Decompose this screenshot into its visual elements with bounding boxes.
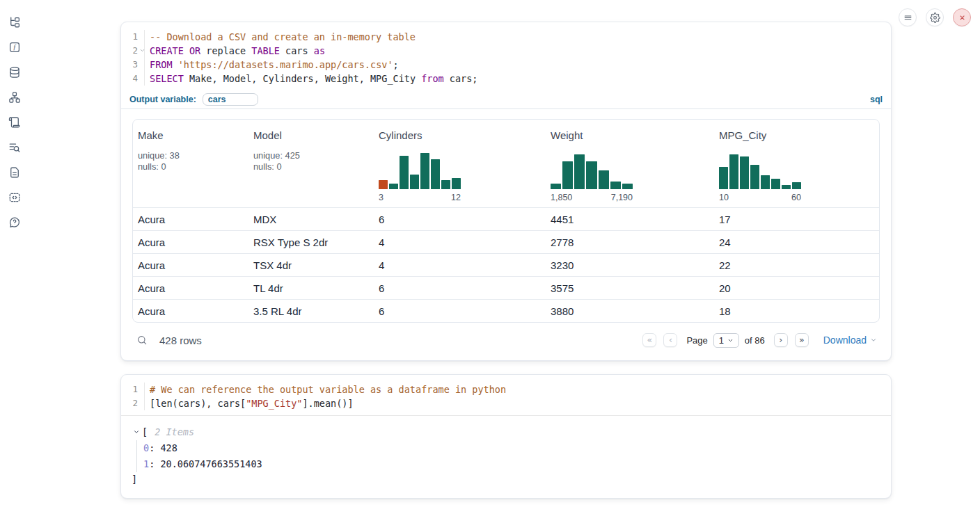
column-header[interactable]: Weight1,8507,190 (546, 129, 714, 202)
next-page-button[interactable]: › (774, 333, 788, 347)
first-page-button[interactable]: « (642, 333, 656, 347)
column-header[interactable]: Cylinders312 (374, 129, 546, 202)
column-histogram (551, 150, 633, 189)
output-variable-row: Output variable: sql (121, 90, 891, 109)
download-label: Download (823, 335, 867, 346)
help-icon[interactable] (8, 216, 21, 229)
table-cell: Acura (133, 305, 248, 317)
close-icon (957, 13, 967, 23)
table-cell: 20 (714, 282, 879, 294)
column-name: Make (138, 129, 248, 143)
document-icon[interactable] (8, 166, 21, 179)
table-body: AcuraMDX6445117AcuraRSX Type S 2dr427782… (133, 207, 879, 322)
column-name: Cylinders (379, 129, 546, 143)
column-histogram (379, 150, 461, 189)
column-stats: unique: 425nulls: 0 (253, 150, 374, 172)
gear-icon (930, 13, 940, 23)
sidebar: ƒ (0, 0, 29, 507)
column-name: Weight (551, 129, 714, 143)
data-table: Makeunique: 38nulls: 0Modelunique: 425nu… (132, 119, 880, 323)
code-text: FROM 'https://datasets.marimo.app/cars.c… (144, 58, 399, 72)
tree-items: 0: 4281: 20.060747663551403 (136, 440, 880, 472)
download-button[interactable]: Download (823, 335, 877, 346)
menu-button[interactable] (899, 8, 917, 26)
tree-item-value: 428 (160, 442, 177, 453)
scroll-icon[interactable] (8, 116, 21, 129)
logs-icon[interactable] (8, 141, 21, 154)
histogram-axis-labels: 312 (379, 193, 461, 202)
table-cell: 24 (714, 236, 879, 248)
column-stats: unique: 38nulls: 0 (138, 150, 248, 172)
sql-cell: 1-- Download a CSV and create an in-memo… (120, 22, 892, 361)
code-line[interactable]: 1# We can reference the output variable … (121, 383, 891, 396)
table-cell: 3.5 RL 4dr (248, 305, 374, 317)
table-cell: 6 (374, 214, 546, 225)
function-icon[interactable]: ƒ (8, 41, 21, 54)
tree-item: 0: 428 (143, 440, 880, 456)
tree-open-bracket: [ (142, 426, 148, 437)
notebook: 1-- Download a CSV and create an in-memo… (120, 22, 892, 499)
code-line[interactable]: 2[len(cars), cars["MPG_City"].mean()] (121, 396, 891, 410)
code-text: [len(cars), cars["MPG_City"].mean()] (144, 396, 354, 410)
code-text: # We can reference the output variable a… (144, 383, 506, 396)
code-text: CREATE OR replace TABLE cars as (144, 44, 325, 58)
table-cell: 6 (374, 305, 546, 317)
table-header: Makeunique: 38nulls: 0Modelunique: 425nu… (133, 120, 879, 207)
code-line[interactable]: 2CREATE OR replace TABLE cars as (121, 44, 891, 58)
fold-chevron-icon[interactable] (139, 47, 145, 54)
tree-item-value: 20.060747663551403 (160, 458, 262, 469)
dependency-graph-icon[interactable] (8, 91, 21, 104)
python-code-editor[interactable]: 1# We can reference the output variable … (121, 375, 891, 415)
tree-collapse-chevron-icon[interactable] (133, 428, 140, 435)
table-cell: 22 (714, 259, 879, 271)
line-number: 1 (121, 383, 144, 396)
table-row: Acura3.5 RL 4dr6388018 (133, 299, 879, 322)
prev-page-button[interactable]: ‹ (663, 333, 677, 347)
sql-code-editor[interactable]: 1-- Download a CSV and create an in-memo… (121, 22, 891, 90)
line-number: 2 (121, 44, 144, 58)
topbar-actions (899, 8, 971, 26)
python-cell: 1# We can reference the output variable … (120, 374, 892, 499)
snippets-icon[interactable] (8, 191, 21, 204)
language-badge[interactable]: sql (870, 95, 883, 104)
tree-items-count: 2 Items (155, 426, 194, 437)
chevron-down-icon (727, 337, 734, 344)
table-cell: RSX Type S 2dr (248, 236, 374, 248)
table-cell: 2778 (546, 236, 714, 248)
column-header[interactable]: MPG_City1060 (714, 129, 879, 202)
table-cell: 3880 (546, 305, 714, 317)
page-select-value: 1 (719, 335, 724, 346)
file-tree-icon[interactable] (8, 16, 21, 29)
page-select[interactable]: 1 (713, 333, 739, 348)
table-footer: 428 rows « ‹ Page 1 of 86 › » Download (132, 328, 880, 353)
table-cell: Acura (133, 236, 248, 248)
column-header[interactable]: Modelunique: 425nulls: 0 (248, 129, 374, 202)
code-text: -- Download a CSV and create an in-memor… (144, 30, 416, 44)
code-line[interactable]: 3FROM 'https://datasets.marimo.app/cars.… (121, 58, 891, 72)
settings-button[interactable] (926, 8, 944, 26)
table-row: AcuraTSX 4dr4323022 (133, 253, 879, 276)
table-cell: MDX (248, 214, 374, 225)
table-cell: 6 (374, 282, 546, 294)
search-icon[interactable] (136, 335, 148, 346)
code-line[interactable]: 4SELECT Make, Model, Cylinders, Weight, … (121, 72, 891, 86)
row-count: 428 rows (159, 335, 202, 346)
last-page-button[interactable]: » (795, 333, 809, 347)
line-number: 4 (121, 72, 144, 86)
table-cell: 4 (374, 259, 546, 271)
table-cell: Acura (133, 282, 248, 294)
code-line[interactable]: 1-- Download a CSV and create an in-memo… (121, 30, 891, 44)
database-icon[interactable] (8, 66, 21, 79)
table-row: AcuraRSX Type S 2dr4277824 (133, 230, 879, 253)
table-cell: 3575 (546, 282, 714, 294)
histogram-axis-labels: 1060 (719, 193, 801, 202)
column-header[interactable]: Makeunique: 38nulls: 0 (133, 129, 248, 202)
table-cell: TL 4dr (248, 282, 374, 294)
output-variable-input[interactable] (203, 93, 258, 106)
table-cell: 4 (374, 236, 546, 248)
table-cell: 17 (714, 214, 879, 225)
tree-close-bracket: ] (132, 474, 880, 485)
column-name: MPG_City (719, 129, 879, 143)
column-name: Model (253, 129, 374, 143)
close-app-button[interactable] (953, 8, 971, 26)
